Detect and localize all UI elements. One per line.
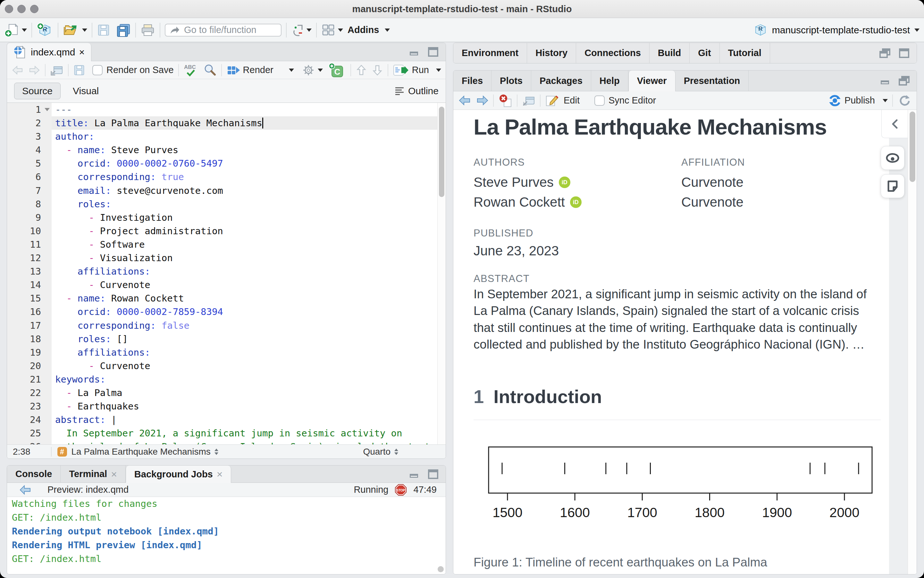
edit-pencil-icon: [545, 94, 559, 108]
console-tab-console[interactable]: Console: [7, 466, 60, 482]
pane-tab-help[interactable]: Help: [591, 70, 628, 91]
line-number: 26: [7, 440, 52, 444]
save-document-icon[interactable]: [73, 64, 85, 76]
env-tab-environment[interactable]: Environment: [453, 43, 527, 63]
new-project-button[interactable]: R: [37, 23, 53, 38]
tab-close-icon[interactable]: ×: [111, 469, 117, 479]
outline-button[interactable]: Outline: [394, 86, 439, 96]
edit-button[interactable]: Edit: [545, 94, 580, 108]
statusbar-mode-label[interactable]: Quarto: [363, 446, 390, 457]
console-tab-background-jobs[interactable]: Background Jobs×: [126, 466, 231, 483]
clear-viewer-icon[interactable]: [498, 94, 512, 107]
code-line: - name: Steve Purves: [52, 143, 446, 157]
refresh-icon[interactable]: [897, 94, 911, 107]
console-tab-terminal[interactable]: Terminal×: [60, 466, 125, 482]
line-number: 21: [7, 373, 52, 386]
viewer-scrollbar-thumb[interactable]: [909, 112, 915, 182]
console-output[interactable]: Watching files for changesGET: /index.ht…: [7, 497, 446, 574]
save-button[interactable]: [97, 23, 110, 37]
restore-pane-icon[interactable]: [879, 48, 891, 58]
goto-file-search[interactable]: Go to file/function: [165, 24, 281, 37]
editor-tab-close-icon[interactable]: ×: [79, 47, 85, 58]
insert-chunk-button[interactable]: C: [329, 63, 344, 78]
editor-scrollbar-thumb[interactable]: [439, 107, 444, 197]
render-on-save-checkbox[interactable]: [92, 65, 102, 75]
render-button[interactable]: Render: [226, 64, 294, 76]
addins-button[interactable]: Addins: [343, 25, 390, 35]
open-file-button[interactable]: [63, 23, 87, 37]
code-token: La Palma Earthquake Mechanisms: [89, 118, 262, 128]
zoom-window-button[interactable]: [30, 5, 39, 13]
visibility-button[interactable]: [881, 146, 904, 170]
spellcheck-icon[interactable]: ABC: [184, 63, 198, 77]
back-icon[interactable]: [11, 64, 24, 76]
minimize-pane-icon[interactable]: [879, 75, 891, 86]
maximize-pane-icon[interactable]: [427, 469, 439, 480]
close-window-button[interactable]: [5, 5, 13, 13]
minimize-pane-icon[interactable]: [408, 47, 420, 57]
statusbar-section-label[interactable]: La Palma Earthquake Mechanisms: [72, 446, 211, 457]
code-editor[interactable]: 1234567891011121314151617181920212223242…: [7, 103, 446, 444]
save-all-button[interactable]: [116, 23, 131, 37]
annotation-button[interactable]: [881, 174, 904, 198]
env-tab-connections[interactable]: Connections: [576, 43, 649, 63]
mode-selector-icon[interactable]: [394, 446, 398, 457]
version-control-button[interactable]: [291, 23, 312, 37]
tab-close-icon[interactable]: ×: [217, 469, 223, 479]
editor-status-bar: 2:38 # La Palma Earthquake Mechanisms Qu…: [7, 444, 446, 458]
search-icon[interactable]: [203, 63, 217, 77]
orcid-icon[interactable]: iD: [570, 196, 582, 208]
toolbar-separator: [135, 23, 136, 37]
code-token: false: [162, 320, 189, 331]
console-scrollbar-thumb[interactable]: [438, 566, 444, 572]
console-preview-title: Preview: index.qmd: [47, 484, 129, 495]
code-token: :: [100, 374, 106, 385]
env-tab-history[interactable]: History: [527, 43, 576, 63]
publish-button[interactable]: Publish: [828, 94, 888, 107]
editor-mode-row: Source Visual Outline: [7, 79, 446, 103]
popout-icon[interactable]: [50, 64, 63, 76]
orcid-icon[interactable]: iD: [559, 177, 570, 188]
workspace-panes-button[interactable]: [321, 23, 343, 37]
pane-tab-files[interactable]: Files: [453, 70, 491, 91]
editor-scrollbar[interactable]: [437, 103, 446, 444]
forward-icon[interactable]: [28, 64, 41, 76]
env-tab-git[interactable]: Git: [690, 43, 719, 63]
viewer-back-icon[interactable]: [459, 95, 471, 106]
viewer-scrollbar[interactable]: [908, 110, 917, 574]
pane-tab-packages[interactable]: Packages: [531, 70, 591, 91]
sync-editor-checkbox[interactable]: [594, 96, 605, 106]
go-next-section-icon[interactable]: [372, 64, 383, 76]
pane-tab-presentation[interactable]: Presentation: [675, 70, 749, 91]
toolbar-separator: [892, 94, 893, 107]
toolbar-separator: [316, 23, 317, 37]
code-line: - Project administration: [52, 224, 446, 238]
source-mode-button[interactable]: Source: [14, 83, 60, 99]
code-token: [111, 158, 117, 169]
env-tab-tutorial[interactable]: Tutorial: [720, 43, 770, 63]
pane-tab-plots[interactable]: Plots: [491, 70, 531, 91]
visual-mode-button[interactable]: Visual: [73, 86, 99, 96]
new-file-button[interactable]: [5, 23, 27, 37]
minimize-pane-icon[interactable]: [408, 469, 420, 480]
insert-chunk-icon: C: [329, 63, 344, 78]
console-back-icon[interactable]: [19, 484, 32, 495]
maximize-pane-icon[interactable]: [898, 48, 910, 58]
viewer-popout-icon[interactable]: [522, 94, 535, 107]
viewer-forward-icon[interactable]: [476, 95, 489, 106]
print-button[interactable]: [140, 23, 155, 37]
project-menu-button[interactable]: R manuscript-template-rstudio-test: [753, 23, 919, 37]
maximize-pane-icon[interactable]: [427, 47, 439, 57]
run-button[interactable]: Run: [393, 64, 441, 76]
render-options-button[interactable]: [302, 63, 323, 77]
toc-collapse-button[interactable]: [882, 110, 908, 138]
go-previous-section-icon[interactable]: [356, 64, 367, 76]
section-selector-icon[interactable]: [215, 446, 218, 457]
minimize-window-button[interactable]: [17, 5, 26, 13]
stop-icon[interactable]: STOP: [395, 484, 407, 496]
fold-arrow-icon[interactable]: [45, 108, 50, 114]
editor-tab-index-qmd[interactable]: index.qmd ×: [7, 43, 91, 61]
env-tab-build[interactable]: Build: [649, 43, 690, 63]
restore-pane-icon[interactable]: [898, 75, 910, 86]
pane-tab-viewer[interactable]: Viewer: [628, 70, 675, 91]
